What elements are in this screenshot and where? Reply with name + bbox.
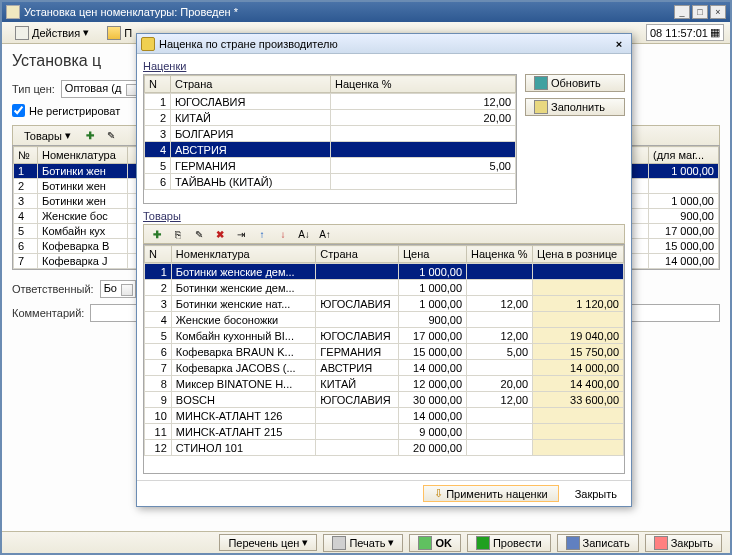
price-type-combo[interactable]: Оптовая (д xyxy=(61,80,141,98)
goods-col-markup[interactable]: Наценка % xyxy=(467,246,533,263)
tovary-menu[interactable]: Товары ▾ xyxy=(17,127,78,144)
col-nomen[interactable]: Номенклатура xyxy=(38,147,128,164)
apply-icon: ⇩ xyxy=(434,487,443,500)
goods-sort-az-button[interactable]: A↓ xyxy=(295,226,313,242)
no-register-label: Не регистрироват xyxy=(29,105,120,117)
table-row[interactable]: 12СТИНОЛ 10120 000,00 xyxy=(145,440,624,456)
table-row[interactable]: 6Кофеварка BRAUN K...ГЕРМАНИЯ15 000,005,… xyxy=(145,344,624,360)
fill-button[interactable]: Заполнить xyxy=(525,98,625,116)
no-register-checkbox[interactable]: Не регистрироват xyxy=(12,104,120,117)
comment-label: Комментарий: xyxy=(12,307,84,319)
goods-col-retail[interactable]: Цена в рознице xyxy=(533,246,624,263)
minimize-button[interactable]: _ xyxy=(674,5,690,19)
refresh-icon xyxy=(534,76,548,90)
app-icon xyxy=(6,5,20,19)
table-row[interactable]: 1ЮГОСЛАВИЯ12,00 xyxy=(145,94,516,110)
goods-grid: N Номенклатура Страна Цена Наценка % Цен… xyxy=(143,244,625,474)
bottom-toolbar: Перечень цен ▾ Печать ▾ OK Провести Запи… xyxy=(2,531,730,553)
modal-titlebar: Наценка по стране производителю × xyxy=(137,34,631,54)
table-row[interactable]: 6ТАЙВАНЬ (КИТАЙ) xyxy=(145,174,516,190)
actions-label: Действия xyxy=(32,27,80,39)
maximize-button[interactable]: □ xyxy=(692,5,708,19)
goods-edit-button[interactable]: ✎ xyxy=(190,226,208,242)
markup-modal: Наценка по стране производителю × Наценк… xyxy=(136,33,632,507)
goods-col-price[interactable]: Цена xyxy=(398,246,466,263)
datetime-field[interactable]: 08 11:57:01 ▦ xyxy=(646,24,724,41)
table-row[interactable]: 3БОЛГАРИЯ xyxy=(145,126,516,142)
window-title: Установка цен номенклатуры: Проведен * xyxy=(24,6,674,18)
table-row[interactable]: 4АВСТРИЯ xyxy=(145,142,516,158)
add-row-button[interactable]: ✚ xyxy=(81,128,99,144)
modal-close-button[interactable]: × xyxy=(611,37,627,51)
goods-col-country[interactable]: Страна xyxy=(316,246,399,263)
table-row[interactable]: 2КИТАЙ20,00 xyxy=(145,110,516,126)
ok-button[interactable]: OK xyxy=(409,534,461,552)
markup-col-n[interactable]: N xyxy=(145,76,171,93)
modal-icon xyxy=(141,37,155,51)
goods-col-nomen[interactable]: Номенклатура xyxy=(171,246,316,263)
modal-title: Наценка по стране производителю xyxy=(159,38,611,50)
run-button[interactable]: Провести xyxy=(467,534,551,552)
goods-up-button[interactable]: ↑ xyxy=(253,226,271,242)
col-price[interactable]: (для маг... xyxy=(649,147,719,164)
close-icon xyxy=(654,536,668,550)
goods-sort-za-button[interactable]: A↑ xyxy=(316,226,334,242)
close-button[interactable]: × xyxy=(710,5,726,19)
ok-icon xyxy=(418,536,432,550)
markup-col-country[interactable]: Страна xyxy=(171,76,331,93)
table-row[interactable]: 4Женские босоножки900,00 xyxy=(145,312,624,328)
col-n[interactable]: № xyxy=(14,147,38,164)
goods-end-button[interactable]: ⇥ xyxy=(232,226,250,242)
table-row[interactable]: 8Миксер BINATONE H...КИТАЙ12 000,0020,00… xyxy=(145,376,624,392)
modal-close-link[interactable]: Закрыть xyxy=(567,487,625,501)
datetime-value: 08 11:57:01 xyxy=(650,27,708,39)
price-type-label: Тип цен: xyxy=(12,83,55,95)
close-main-button[interactable]: Закрыть xyxy=(645,534,722,552)
goods-down-button[interactable]: ↓ xyxy=(274,226,292,242)
apply-markups-button[interactable]: ⇩ Применить наценки xyxy=(423,485,558,502)
calendar-icon[interactable]: ▦ xyxy=(710,26,720,39)
run-icon xyxy=(476,536,490,550)
goods-col-n[interactable]: N xyxy=(145,246,172,263)
goods-section-label: Товары xyxy=(143,210,625,222)
print-icon xyxy=(332,536,346,550)
save-icon xyxy=(566,536,580,550)
goods-toolbar: ✚ ⎘ ✎ ✖ ⇥ ↑ ↓ A↓ A↑ xyxy=(143,224,625,244)
folder-icon xyxy=(107,26,121,40)
price-list-button[interactable]: Перечень цен ▾ xyxy=(219,534,317,551)
goods-delete-button[interactable]: ✖ xyxy=(211,226,229,242)
titlebar: Установка цен номенклатуры: Проведен * _… xyxy=(2,2,730,22)
actions-menu[interactable]: Действия ▾ xyxy=(8,24,96,42)
table-row[interactable]: 11МИНСК-АТЛАНТ 2159 000,00 xyxy=(145,424,624,440)
edit-row-button[interactable]: ✎ xyxy=(102,128,120,144)
print-button[interactable]: Печать ▾ xyxy=(323,534,403,552)
table-row[interactable]: 7Кофеварка JACOBS (...АВСТРИЯ14 000,0014… xyxy=(145,360,624,376)
table-row[interactable]: 10МИНСК-АТЛАНТ 12614 000,00 xyxy=(145,408,624,424)
table-row[interactable]: 9BOSCHЮГОСЛАВИЯ30 000,0012,0033 600,00 xyxy=(145,392,624,408)
menu-icon xyxy=(15,26,29,40)
markup-col-percent[interactable]: Наценка % xyxy=(331,76,516,93)
responsible-label: Ответственный: xyxy=(12,283,94,295)
goods-copy-button[interactable]: ⎘ xyxy=(169,226,187,242)
table-row[interactable]: 5ГЕРМАНИЯ5,00 xyxy=(145,158,516,174)
markup-section-label: Наценки xyxy=(143,60,625,72)
markup-grid: N Страна Наценка % 1ЮГОСЛАВИЯ12,002КИТАЙ… xyxy=(143,74,517,204)
table-row[interactable]: 1Ботинки женские дем...1 000,00 xyxy=(145,264,624,280)
responsible-field[interactable]: Бо xyxy=(100,280,136,298)
goods-add-button[interactable]: ✚ xyxy=(148,226,166,242)
table-row[interactable]: 5Комбайн кухонный BI...ЮГОСЛАВИЯ17 000,0… xyxy=(145,328,624,344)
refresh-button[interactable]: Обновить xyxy=(525,74,625,92)
save-button[interactable]: Записать xyxy=(557,534,639,552)
table-row[interactable]: 2Ботинки женские дем...1 000,00 xyxy=(145,280,624,296)
fill-icon xyxy=(534,100,548,114)
table-row[interactable]: 3Ботинки женские нат...ЮГОСЛАВИЯ1 000,00… xyxy=(145,296,624,312)
open-button[interactable]: П xyxy=(100,24,139,42)
